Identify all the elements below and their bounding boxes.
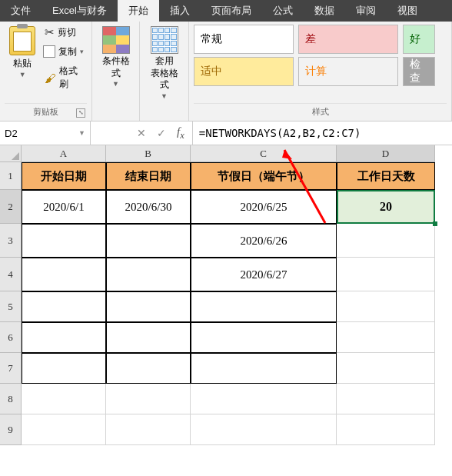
cell-a1[interactable]: 开始日期 [22, 162, 106, 190]
cell-d5[interactable] [337, 291, 435, 322]
cell-d1[interactable]: 工作日天数 [337, 162, 435, 190]
tab-view[interactable]: 视图 [387, 0, 428, 22]
cut-button[interactable]: ✂剪切 [43, 25, 87, 40]
fx-button[interactable]: fx [177, 125, 184, 141]
table-format-group: 套用 表格格式 ▼ [140, 22, 189, 121]
fill-handle[interactable] [433, 221, 437, 226]
styles-group-label: 样式 [194, 103, 447, 121]
worksheet: A B C D 1 2 3 4 5 6 7 8 9 开始日期 结束日期 节假日（… [0, 145, 452, 476]
cell-c7[interactable] [191, 353, 337, 384]
dialog-launcher-icon[interactable]: ⤡ [76, 108, 85, 118]
cell-c5[interactable] [191, 291, 337, 322]
cell-c6[interactable] [191, 322, 337, 353]
cell-style-calc[interactable]: 计算 [298, 57, 398, 86]
col-header-c[interactable]: C [191, 145, 337, 162]
formula-bar-input[interactable]: =NETWORKDAYS(A2,B2,C2:C7) [192, 121, 452, 145]
cond-format-icon [102, 26, 130, 54]
tab-page-layout[interactable]: 页面布局 [201, 0, 262, 22]
format-painter-button[interactable]: 🖌格式刷 [43, 64, 87, 92]
clipboard-group-label: 剪贴板⤡ [5, 103, 87, 121]
cell-b8[interactable] [106, 384, 191, 414]
chevron-down-icon: ▼ [112, 81, 119, 88]
row-headers: 1 2 3 4 5 6 7 8 9 [0, 162, 22, 445]
paste-button[interactable]: 粘贴 ▼ [5, 25, 40, 92]
name-box-value: D2 [5, 128, 18, 139]
cell-c9[interactable] [191, 414, 337, 445]
cell-a8[interactable] [22, 384, 106, 414]
cell-a5[interactable] [22, 291, 106, 322]
tab-file[interactable]: 文件 [0, 0, 42, 22]
cell-b5[interactable] [106, 291, 191, 322]
cell-d4[interactable] [337, 258, 435, 291]
cancel-formula-button[interactable]: ✕ [137, 127, 146, 139]
tab-data[interactable]: 数据 [304, 0, 345, 22]
cell-a2[interactable]: 2020/6/1 [22, 190, 106, 224]
col-header-a[interactable]: A [22, 145, 106, 162]
tab-home[interactable]: 开始 [118, 0, 159, 22]
cell-b1[interactable]: 结束日期 [106, 162, 191, 190]
cell-d8[interactable] [337, 384, 435, 414]
select-all-corner[interactable] [0, 145, 22, 162]
row-header-8[interactable]: 8 [0, 384, 22, 414]
formula-bar-row: D2 ▼ ✕ ✓ fx =NETWORKDAYS(A2,B2,C2:C7) [0, 121, 452, 145]
chevron-down-icon: ▼ [161, 93, 168, 100]
cell-style-bad[interactable]: 差 [298, 25, 398, 54]
cell-c4[interactable]: 2020/6/27 [191, 258, 337, 291]
cell-b2[interactable]: 2020/6/30 [106, 190, 191, 224]
cell-b7[interactable] [106, 353, 191, 384]
cell-style-neutral[interactable]: 适中 [194, 57, 294, 86]
cell-a9[interactable] [22, 414, 106, 445]
ribbon: 粘贴 ▼ ✂剪切 复制▾ 🖌格式刷 剪贴板⤡ 条件格式 ▼ 套用 表格格式 ▼ [0, 22, 452, 121]
row-header-4[interactable]: 4 [0, 258, 22, 291]
name-box[interactable]: D2 ▼ [0, 121, 91, 145]
cell-b6[interactable] [106, 322, 191, 353]
enter-formula-button[interactable]: ✓ [157, 127, 166, 139]
ribbon-tabs: 文件 Excel与财务 开始 插入 页面布局 公式 数据 审阅 视图 [0, 0, 452, 22]
row-header-2[interactable]: 2 [0, 190, 22, 224]
cell-d7[interactable] [337, 353, 435, 384]
scissors-icon: ✂ [45, 25, 55, 39]
chevron-down-icon[interactable]: ▼ [78, 129, 85, 137]
cell-style-check[interactable]: 检查 [403, 57, 435, 86]
conditional-format-button[interactable]: 条件格式 ▼ [97, 25, 135, 89]
col-header-b[interactable]: B [106, 145, 191, 162]
cell-c3[interactable]: 2020/6/26 [191, 224, 337, 258]
cell-b9[interactable] [106, 414, 191, 445]
cell-a4[interactable] [22, 258, 106, 291]
row-header-7[interactable]: 7 [0, 353, 22, 384]
cell-style-normal[interactable]: 常规 [194, 25, 294, 54]
col-header-d[interactable]: D [337, 145, 435, 162]
table-format-button[interactable]: 套用 表格格式 ▼ [145, 25, 184, 102]
cell-c1[interactable]: 节假日（端午节） [191, 162, 337, 190]
cell-c2[interactable]: 2020/6/25 [191, 190, 337, 224]
column-headers: A B C D [22, 145, 435, 162]
cell-c8[interactable] [191, 384, 337, 414]
cell-d9[interactable] [337, 414, 435, 445]
cell-b4[interactable] [106, 258, 191, 291]
cell-a6[interactable] [22, 322, 106, 353]
copy-button[interactable]: 复制▾ [43, 45, 87, 59]
tab-review[interactable]: 审阅 [345, 0, 387, 22]
row-header-1[interactable]: 1 [0, 162, 22, 190]
tab-formulas[interactable]: 公式 [262, 0, 304, 22]
cell-d3[interactable] [337, 224, 435, 258]
row-header-6[interactable]: 6 [0, 322, 22, 353]
copy-icon [45, 47, 55, 58]
cell-b3[interactable] [106, 224, 191, 258]
chevron-down-icon: ▼ [19, 72, 26, 78]
cond-format-group: 条件格式 ▼ [92, 22, 140, 121]
grid: 开始日期 结束日期 节假日（端午节） 工作日天数 2020/6/1 2020/6… [22, 162, 435, 445]
clipboard-group: 粘贴 ▼ ✂剪切 复制▾ 🖌格式刷 剪贴板⤡ [0, 22, 92, 121]
row-header-9[interactable]: 9 [0, 414, 22, 445]
cell-d2[interactable]: 20 [337, 190, 435, 224]
cell-d6[interactable] [337, 322, 435, 353]
cell-a3[interactable] [22, 224, 106, 258]
cell-style-good[interactable]: 好 [403, 25, 435, 54]
row-header-3[interactable]: 3 [0, 224, 22, 258]
tab-excel-finance[interactable]: Excel与财务 [42, 0, 118, 22]
table-format-icon [151, 26, 178, 54]
cell-a7[interactable] [22, 353, 106, 384]
tab-insert[interactable]: 插入 [159, 0, 201, 22]
row-header-5[interactable]: 5 [0, 291, 22, 322]
paste-label: 粘贴 [13, 57, 32, 70]
